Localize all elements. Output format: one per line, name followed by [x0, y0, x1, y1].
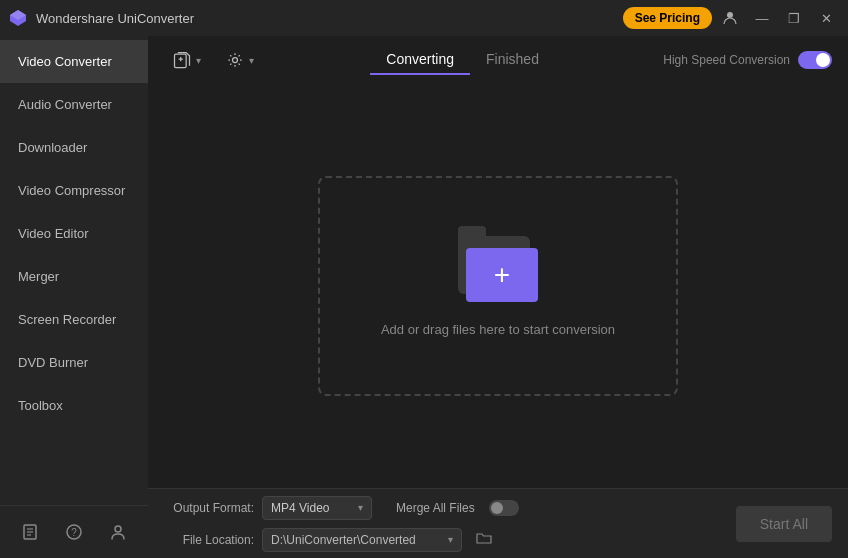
format-select-arrow-icon: ▾ — [358, 502, 363, 513]
add-dropdown-arrow: ▾ — [196, 55, 201, 66]
content-area: ▾ ▾ Converting Finished — [148, 36, 848, 558]
tab-finished[interactable]: Finished — [470, 45, 555, 75]
settings-button[interactable]: ▾ — [217, 46, 262, 74]
start-all-button[interactable]: Start All — [736, 506, 832, 542]
output-format-row: Output Format: MP4 Video ▾ Merge All Fil… — [164, 496, 720, 520]
sidebar-item-merger[interactable]: Merger — [0, 255, 148, 298]
merge-toggle-knob — [491, 502, 503, 514]
output-format-label: Output Format: — [164, 501, 254, 515]
svg-text:?: ? — [71, 527, 77, 538]
sidebar-item-toolbox[interactable]: Toolbox — [0, 384, 148, 427]
sidebar: Video Converter Audio Converter Download… — [0, 36, 148, 558]
file-location-row: File Location: D:\UniConverter\Converted… — [164, 528, 720, 552]
help-question-icon[interactable]: ? — [60, 518, 88, 546]
sidebar-item-video-compressor[interactable]: Video Compressor — [0, 169, 148, 212]
help-docs-icon[interactable] — [16, 518, 44, 546]
sidebar-item-screen-recorder[interactable]: Screen Recorder — [0, 298, 148, 341]
main-layout: Video Converter Audio Converter Download… — [0, 36, 848, 558]
folder-plus-icon: + — [494, 261, 510, 289]
app-name: Wondershare UniConverter — [36, 11, 194, 26]
account-icon[interactable] — [104, 518, 132, 546]
bottom-bar: Output Format: MP4 Video ▾ Merge All Fil… — [148, 488, 848, 558]
app-logo-icon — [8, 8, 28, 28]
settings-dropdown-arrow: ▾ — [249, 55, 254, 66]
dropdown-arrow-icon: ▾ — [448, 534, 453, 545]
sidebar-item-audio-converter[interactable]: Audio Converter — [0, 83, 148, 126]
titlebar-right: See Pricing — ❐ ✕ — [623, 4, 840, 32]
restore-button[interactable]: ❐ — [780, 4, 808, 32]
close-button[interactable]: ✕ — [812, 4, 840, 32]
toggle-knob — [816, 53, 830, 67]
svg-point-9 — [115, 526, 121, 532]
sidebar-bottom: ? — [0, 505, 148, 558]
file-location-input[interactable]: D:\UniConverter\Converted ▾ — [262, 528, 462, 552]
folder-icon: + — [458, 236, 538, 306]
high-speed-area: High Speed Conversion — [663, 51, 832, 69]
merge-all-label: Merge All Files — [396, 501, 475, 515]
add-files-icon — [172, 50, 192, 70]
add-files-button[interactable]: ▾ — [164, 46, 209, 74]
sidebar-item-video-editor[interactable]: Video Editor — [0, 212, 148, 255]
drop-zone-container: + Add or drag files here to start conver… — [148, 84, 848, 488]
open-folder-icon[interactable] — [476, 530, 492, 549]
bottom-fields: Output Format: MP4 Video ▾ Merge All Fil… — [164, 496, 720, 552]
sidebar-item-dvd-burner[interactable]: DVD Burner — [0, 341, 148, 384]
sidebar-item-video-converter[interactable]: Video Converter — [0, 40, 148, 83]
merge-all-toggle[interactable] — [489, 500, 519, 516]
tabs: Converting Finished — [270, 45, 655, 75]
file-location-label: File Location: — [164, 533, 254, 547]
drop-zone[interactable]: + Add or drag files here to start conver… — [318, 176, 678, 396]
svg-point-13 — [233, 58, 238, 63]
high-speed-toggle[interactable] — [798, 51, 832, 69]
titlebar: Wondershare UniConverter See Pricing — ❐… — [0, 0, 848, 36]
folder-front: + — [466, 248, 538, 302]
sidebar-item-downloader[interactable]: Downloader — [0, 126, 148, 169]
minimize-button[interactable]: — — [748, 4, 776, 32]
settings-icon — [225, 50, 245, 70]
output-format-select[interactable]: MP4 Video ▾ — [262, 496, 372, 520]
see-pricing-button[interactable]: See Pricing — [623, 7, 712, 29]
svg-point-2 — [727, 12, 733, 18]
user-icon[interactable] — [716, 4, 744, 32]
drop-instruction: Add or drag files here to start conversi… — [381, 322, 615, 337]
titlebar-left: Wondershare UniConverter — [8, 8, 194, 28]
toolbar: ▾ ▾ Converting Finished — [148, 36, 848, 84]
high-speed-label: High Speed Conversion — [663, 53, 790, 67]
tab-converting[interactable]: Converting — [370, 45, 470, 75]
